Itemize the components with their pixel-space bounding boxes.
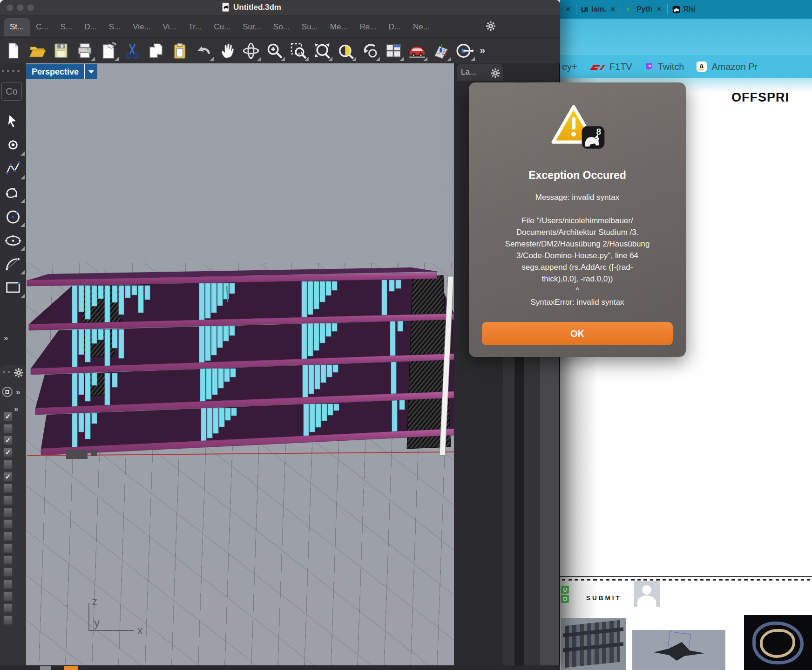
select-arrow-tool[interactable] — [1, 110, 25, 132]
zoom-button[interactable] — [264, 40, 285, 62]
point-tool[interactable] — [1, 134, 25, 156]
viewport-dropdown[interactable] — [84, 64, 97, 79]
site-logo[interactable]: U — [561, 586, 569, 604]
menu-tab-re[interactable]: Re... — [354, 18, 383, 36]
menu-tab-vie[interactable]: Vie... — [127, 18, 156, 36]
open-file-button[interactable] — [27, 40, 48, 62]
menu-tab-so[interactable]: So... — [267, 18, 296, 36]
tab-close-icon[interactable]: × — [656, 5, 663, 14]
menu-tab-c[interactable]: C... — [30, 18, 54, 36]
layer-checkbox-6[interactable] — [3, 484, 13, 493]
polyline-tool[interactable] — [1, 157, 25, 180]
status-swatch-gray[interactable] — [40, 666, 51, 670]
layer-checkbox-10[interactable] — [3, 532, 13, 541]
layer-checkbox-0[interactable]: ✓ — [3, 412, 13, 421]
layer-checkbox-16[interactable] — [3, 603, 13, 613]
rhino-favicon — [672, 6, 680, 14]
circle-tool[interactable] — [1, 205, 25, 227]
menu-tab-s[interactable]: S... — [54, 18, 79, 36]
layer-checkbox-8[interactable] — [3, 508, 13, 517]
ground-plane-button[interactable] — [430, 40, 452, 62]
menu-tab-me[interactable]: Me... — [324, 18, 354, 36]
browser-tab-3[interactable]: Rhi — [668, 0, 700, 19]
rectangle-tool[interactable] — [1, 276, 25, 299]
save-button[interactable] — [50, 40, 72, 62]
layer-checkbox-3[interactable]: ✓ — [3, 448, 13, 457]
arc-tool[interactable] — [1, 253, 25, 275]
ellipse-tool[interactable] — [1, 229, 25, 251]
zoom-window-button[interactable] — [288, 40, 309, 62]
snap-icon[interactable] — [1, 385, 15, 401]
circle-icon — [4, 207, 22, 226]
thumbnail-bird[interactable] — [632, 630, 725, 670]
layer-checkbox-1[interactable] — [3, 424, 13, 433]
bookmark-f1tv[interactable]: F1TV — [589, 62, 632, 72]
thumbnail-structure[interactable] — [561, 618, 626, 670]
new-file-button[interactable] — [3, 40, 24, 62]
paste-special-button[interactable] — [98, 40, 119, 62]
layer-checkbox-14[interactable] — [3, 580, 13, 589]
menu-tab-s[interactable]: S... — [103, 18, 127, 36]
menu-tab-d[interactable]: D... — [382, 18, 406, 36]
menu-tab-sur[interactable]: Sur... — [237, 18, 267, 36]
title-bar: Untitled.3dm — [0, 0, 560, 15]
avatar[interactable] — [634, 581, 660, 607]
layer-checkbox-7[interactable] — [3, 496, 13, 505]
paste-button[interactable] — [169, 40, 190, 62]
tab-close-icon[interactable]: × — [565, 5, 571, 14]
print-button[interactable] — [74, 40, 95, 62]
browser-tab-2[interactable]: Pyth× — [621, 0, 667, 19]
bookmark-amazon-pr[interactable]: aAmazon Pr — [696, 61, 758, 72]
status-swatch-orange[interactable] — [64, 666, 78, 670]
menu-tab-d[interactable]: D... — [78, 18, 102, 36]
undo-button[interactable] — [193, 40, 214, 62]
sidebar-more-chevron[interactable]: » — [4, 334, 8, 343]
panel-chevron-2[interactable]: » — [14, 404, 18, 414]
layer-checkbox-15[interactable] — [3, 592, 13, 601]
browser-tab-1[interactable]: Ullam.× — [576, 0, 621, 19]
layer-checkbox-2[interactable]: ✓ — [3, 436, 13, 445]
cut-icon — [123, 41, 142, 60]
viewport-label[interactable]: Perspective — [26, 64, 97, 79]
thumbnail-art[interactable] — [744, 615, 812, 670]
layer-checkbox-4[interactable] — [3, 460, 13, 469]
perspective-viewport[interactable]: zyx Perspective — [26, 63, 454, 665]
layer-checkbox-12[interactable] — [3, 555, 13, 565]
undo-view-button[interactable] — [359, 40, 380, 62]
curve-tool[interactable] — [1, 181, 25, 204]
layers-panel-header[interactable]: La... — [457, 64, 503, 81]
bookmark-ey+[interactable]: ey+ — [562, 62, 577, 72]
pan-button[interactable] — [217, 40, 238, 62]
menu-tab-ne[interactable]: Ne... — [407, 18, 436, 36]
zoom-selected-button[interactable] — [335, 40, 357, 62]
menu-tab-su[interactable]: Su... — [296, 18, 324, 36]
tab-close-icon[interactable]: × — [609, 5, 616, 14]
layer-checkbox-13[interactable] — [3, 567, 13, 577]
panel-chevron[interactable]: » — [16, 388, 20, 397]
layer-checkbox-5[interactable]: ✓ — [3, 472, 13, 481]
submit-button[interactable]: SUBMIT — [586, 595, 622, 602]
menu-tab-tr[interactable]: Tr... — [183, 18, 208, 36]
menu-gear-icon[interactable] — [485, 21, 496, 34]
orbit-button[interactable] — [240, 40, 262, 62]
viewport-layout-button[interactable] — [383, 40, 404, 62]
cut-button[interactable] — [122, 40, 143, 62]
menu-tab-vi[interactable]: Vi... — [157, 18, 183, 36]
copy-button[interactable] — [145, 40, 167, 62]
layer-checkbox-9[interactable] — [3, 520, 13, 529]
ok-button[interactable]: OK — [482, 322, 673, 345]
flyout-indicator — [352, 57, 356, 61]
browser-tab-0[interactable]: × — [560, 0, 576, 19]
command-panel-tab[interactable]: Co — [1, 82, 22, 101]
menu-tab-cu[interactable]: Cu... — [208, 18, 237, 36]
layer-checkbox-11[interactable] — [3, 544, 13, 553]
panel-gear-icon[interactable] — [13, 367, 24, 380]
zoom-extents-button[interactable] — [311, 40, 333, 62]
cplane-button[interactable] — [454, 40, 475, 62]
layers-gear-icon[interactable] — [490, 68, 499, 77]
layer-checkbox-17[interactable] — [3, 615, 13, 625]
car-button[interactable] — [406, 40, 428, 62]
toolbar-more-chevron[interactable]: » — [478, 45, 487, 57]
menu-tab-st[interactable]: St... — [4, 18, 30, 36]
bookmark-twitch[interactable]: Twitch — [644, 62, 684, 72]
